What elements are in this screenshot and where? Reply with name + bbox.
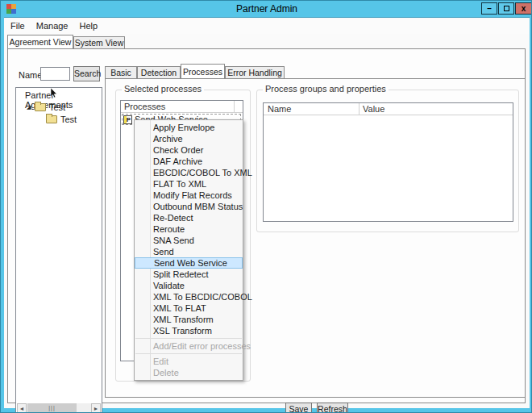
group-label: Process groups and properties xyxy=(263,84,389,94)
column-header-name[interactable]: Name xyxy=(268,103,291,115)
menu-item-sna-send[interactable]: SNA Send xyxy=(135,235,243,246)
process-groups-properties-group: Process groups and properties Name Value xyxy=(256,90,519,232)
refresh-button[interactable]: Refresh xyxy=(317,403,348,413)
scroll-left-icon[interactable]: ◄ xyxy=(17,403,27,413)
menu-help[interactable]: Help xyxy=(75,19,103,34)
menu-item-split-redetect[interactable]: Split Redetect xyxy=(135,269,243,280)
menu-item-delete[interactable]: Delete xyxy=(135,367,243,378)
title-bar: Partner Admin – x xyxy=(1,1,532,17)
agreement-view-page: Name: Search Partner Agreements ◢ Test T… xyxy=(7,48,526,403)
menu-item-flat-to-xml[interactable]: FLAT To XML xyxy=(135,178,243,190)
mouse-cursor xyxy=(50,88,57,98)
menu-item-xml-transform[interactable]: XML Transform xyxy=(135,314,243,325)
menu-manage[interactable]: Manage xyxy=(31,19,73,34)
tab-basic[interactable]: Basic xyxy=(105,66,137,78)
save-button[interactable]: Save xyxy=(285,403,312,413)
column-divider xyxy=(359,103,360,115)
tree-expander-icon[interactable]: ◢ xyxy=(27,104,31,111)
menu-item-validate[interactable]: Validate xyxy=(135,280,243,291)
menu-item-re-detect[interactable]: Re-Detect xyxy=(135,212,243,223)
process-icon: P xyxy=(123,115,132,124)
tree-node-test-child[interactable]: Test xyxy=(16,114,102,125)
maximize-button[interactable] xyxy=(498,2,514,15)
window-body: FileManageHelp Agreement View System Vie… xyxy=(4,17,530,408)
folder-icon xyxy=(46,115,57,123)
menu-item-outbound-mbm-status[interactable]: Outbound MBM Status xyxy=(135,201,243,212)
menu-separator xyxy=(135,353,242,354)
close-button[interactable]: x xyxy=(515,2,532,15)
scroll-right-icon[interactable]: ► xyxy=(91,403,101,413)
tree-horizontal-scrollbar[interactable]: ◄ ||| ► xyxy=(17,403,101,413)
tree-node-label[interactable]: Test xyxy=(60,115,77,124)
search-input[interactable] xyxy=(40,67,70,81)
properties-table-header: Name Value xyxy=(264,103,513,115)
column-divider xyxy=(234,101,235,113)
column-header-value[interactable]: Value xyxy=(363,103,384,115)
menu-item-xsl-transform[interactable]: XSL Transform xyxy=(135,325,243,336)
scrollbar-thumb[interactable]: ||| xyxy=(27,403,77,413)
tab-agreement-view[interactable]: Agreement View xyxy=(7,35,73,48)
processes-column-header[interactable]: Processes xyxy=(121,101,243,113)
menu-item-apply-envelope[interactable]: Apply Envelope xyxy=(135,122,243,133)
properties-table[interactable]: Name Value xyxy=(263,102,513,222)
process-context-menu: Apply Envelope Archive Check Order DAF A… xyxy=(134,119,243,381)
menu-separator xyxy=(135,338,242,339)
menu-item-archive[interactable]: Archive xyxy=(135,133,243,144)
partner-admin-window: Partner Admin – x FileManageHelp Agreeme… xyxy=(0,0,532,413)
tab-system-view[interactable]: System View xyxy=(73,36,125,48)
folder-icon xyxy=(35,103,46,111)
tree-node-label[interactable]: Test xyxy=(49,102,65,112)
menu-item-edit[interactable]: Edit xyxy=(135,356,243,367)
menu-bar: FileManageHelp xyxy=(4,19,530,34)
tab-detection[interactable]: Detection xyxy=(137,66,181,78)
menu-item-reroute[interactable]: Reroute xyxy=(135,223,243,235)
menu-item-ebcdic-cobol-to-xml[interactable]: EBCDIC/COBOL To XML xyxy=(135,167,243,178)
menu-item-xml-to-ebcdic-cobol[interactable]: XML To EBCDIC/COBOL xyxy=(135,291,243,302)
menu-file[interactable]: File xyxy=(6,19,30,34)
partner-agreements-tree: Partner Agreements ◢ Test Test ◄ ||| ► xyxy=(15,87,102,413)
tab-error-handling[interactable]: Error Handling xyxy=(225,66,285,78)
search-button[interactable]: Search xyxy=(73,66,100,81)
menu-item-modify-flat-records[interactable]: Modify Flat Records xyxy=(135,190,243,201)
maximize-icon xyxy=(504,6,509,11)
tree-node-test[interactable]: ◢ Test xyxy=(16,102,102,113)
tab-processes[interactable]: Processes xyxy=(181,64,225,78)
menu-item-xml-to-flat[interactable]: XML To FLAT xyxy=(135,302,243,314)
menu-item-daf-archive[interactable]: DAF Archive xyxy=(135,156,243,167)
menu-item-send-web-service[interactable]: Send Web Service xyxy=(135,257,243,269)
menu-item-send[interactable]: Send xyxy=(135,246,243,257)
menu-item-check-order[interactable]: Check Order xyxy=(135,144,243,156)
menu-item-add-edit-error-processes[interactable]: Add/Edit error processes xyxy=(135,340,243,352)
window-title: Partner Admin xyxy=(1,3,532,15)
minimize-button[interactable]: – xyxy=(481,2,497,15)
group-label: Selected processes xyxy=(122,84,204,94)
